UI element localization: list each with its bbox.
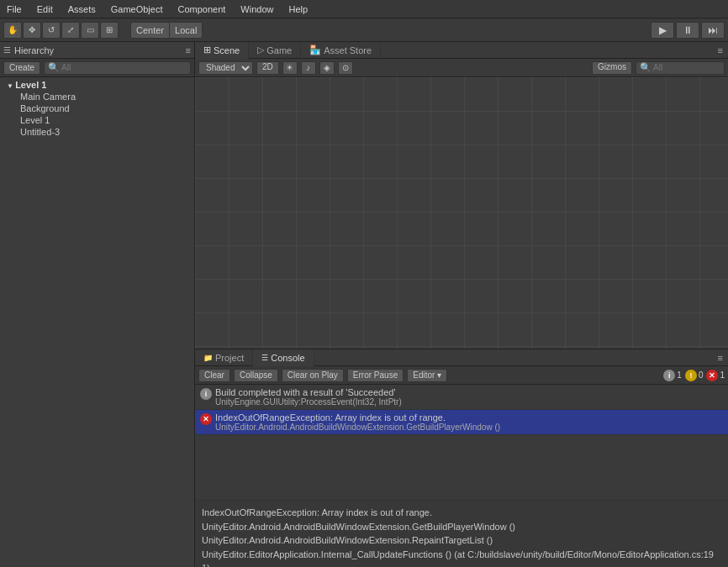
console-detail-line-3: UnityEditor.EditorApplication.Internal_C… [202,548,721,568]
game-tab-label: Game [266,45,292,55]
error-pause-btn[interactable]: Error Pause [347,369,404,382]
hierarchy-main-camera[interactable]: Main Camera [0,91,194,102]
hierarchy-panel: ☰ Hierarchy ≡ Create 🔍 Level 1 Main Came… [0,42,195,567]
scene-search-input[interactable] [653,63,720,72]
transform-tool-btn[interactable]: ⊞ [100,22,119,39]
error-badge: ✕ 1 [706,370,725,381]
hierarchy-title: Hierarchy [14,45,54,55]
hierarchy-toolbar: Create 🔍 [0,59,194,77]
game-tab-icon: ▷ [257,45,264,55]
project-tab-label: Project [215,353,244,363]
hidden-btn[interactable]: ⊙ [338,61,353,75]
2d-btn[interactable]: 2D [256,61,279,75]
scene-viewport[interactable] [195,77,728,349]
console-tab-label: Console [271,353,304,363]
console-tab-icon: ☰ [261,354,268,362]
console-detail: IndexOutOfRangeException: Array index is… [195,500,728,567]
scale-tool-btn[interactable]: ⤢ [61,22,80,39]
console-row-0-line1: Build completed with a result of 'Succee… [215,387,723,397]
menu-assets[interactable]: Assets [65,3,99,16]
play-controls: ▶ ⏸ ⏭ [651,22,725,39]
search-icon: 🔍 [48,62,60,73]
move-tool-btn[interactable]: ✥ [23,22,41,39]
main-area: ☰ Hierarchy ≡ Create 🔍 Level 1 Main Came… [0,42,728,567]
tab-scene[interactable]: ⊞ Scene [195,42,249,59]
audio-btn[interactable]: ♪ [301,61,316,75]
hierarchy-level1[interactable]: Level 1 [0,79,194,91]
asset-store-tab-label: Asset Store [324,45,372,55]
editor-btn[interactable]: Editor ▾ [407,369,447,382]
tab-console[interactable]: ☰ Console [253,349,314,366]
warn-badge-icon: ! [685,370,697,381]
error-badge-count: 1 [720,370,725,380]
step-btn[interactable]: ⏭ [701,22,725,39]
menu-file[interactable]: File [3,3,25,16]
console-row-0[interactable]: i Build completed with a result of 'Succ… [195,385,728,410]
hierarchy-untitled3[interactable]: Untitled-3 [0,126,194,138]
console-row-1[interactable]: ✕ IndexOutOfRangeException: Array index … [195,410,728,435]
hierarchy-create-btn[interactable]: Create [3,61,40,75]
hierarchy-background[interactable]: Background [0,102,194,114]
console-detail-line-0: IndexOutOfRangeException: Array index is… [202,506,721,520]
menu-component[interactable]: Component [174,3,229,16]
clear-btn[interactable]: Clear [198,369,230,382]
scene-tabs: ⊞ Scene ▷ Game 🏪 Asset Store ≡ [195,42,728,59]
gizmos-search-icon: 🔍 [640,62,652,73]
console-detail-line-1: UnityEditor.Android.AndroidBuildWindowEx… [202,520,721,534]
console-row-1-icon: ✕ [200,413,212,425]
console-panel-options-btn[interactable]: ≡ [713,353,728,363]
local-btn[interactable]: Local [170,22,203,39]
info-badge-count: 1 [677,370,682,380]
menu-edit[interactable]: Edit [34,3,56,16]
gizmos-area: Gizmos 🔍 [592,61,725,75]
console-row-1-line1: IndexOutOfRangeException: Array index is… [215,412,723,423]
tab-game[interactable]: ▷ Game [249,42,301,59]
hierarchy-icon: ☰ [3,45,11,55]
lighting-btn[interactable]: ☀ [282,61,298,75]
menu-gameobject[interactable]: GameObject [108,3,166,16]
menu-bar: File Edit Assets GameObject Component Wi… [0,0,728,18]
console-badges: i 1 ! 0 ✕ 1 [663,370,725,381]
rect-tool-btn[interactable]: ▭ [81,22,99,39]
tab-asset-store[interactable]: 🏪 Asset Store [301,42,381,59]
console-row-1-text: IndexOutOfRangeException: Array index is… [215,412,723,432]
console-content: i Build completed with a result of 'Succ… [195,385,728,500]
console-row-1-line2: UnityEditor.Android.AndroidBuildWindowEx… [215,423,723,432]
scene-toolbar: Shaded 2D ☀ ♪ ◈ ⊙ Gizmos 🔍 [195,59,728,77]
hierarchy-options-btn[interactable]: ≡ [186,45,191,55]
warn-badge-count: 0 [699,370,704,380]
rotate-tool-btn[interactable]: ↺ [42,22,61,39]
asset-store-tab-icon: 🏪 [309,45,321,55]
scene-panel-options-btn[interactable]: ≡ [713,45,728,55]
hierarchy-search-input[interactable] [61,63,187,72]
info-badge: i 1 [663,370,682,381]
gizmos-btn[interactable]: Gizmos [592,61,632,75]
console-detail-line-2: UnityEditor.Android.AndroidBuildWindowEx… [202,533,721,548]
clear-on-play-btn[interactable]: Clear on Play [282,369,344,382]
warn-badge: ! 0 [685,370,704,381]
effects-btn[interactable]: ◈ [319,61,335,75]
menu-help[interactable]: Help [285,3,311,16]
toolbar: ✋ ✥ ↺ ⤢ ▭ ⊞ Center Local ▶ ⏸ ⏭ [0,18,728,42]
info-badge-icon: i [663,370,675,381]
menu-window[interactable]: Window [237,3,277,16]
project-tab-icon: 📁 [203,354,213,362]
play-btn[interactable]: ▶ [651,22,674,39]
center-btn[interactable]: Center [130,22,170,39]
tab-project[interactable]: 📁 Project [195,349,253,366]
hierarchy-tab: ☰ Hierarchy [3,45,54,55]
console-row-0-line2: UnityEngine.GUIUtility:ProcessEvent(Int3… [215,397,723,407]
console-toolbar: Clear Collapse Clear on Play Error Pause… [195,366,728,385]
grid-overlay [195,77,728,349]
console-row-0-icon: i [200,388,212,400]
hierarchy-level1-child[interactable]: Level 1 [0,114,194,126]
pause-btn[interactable]: ⏸ [676,22,699,39]
pivot-group: Center Local [130,22,203,39]
hierarchy-content: Level 1 Main Camera Background Level 1 U… [0,77,194,567]
error-badge-icon: ✕ [706,370,718,381]
collapse-btn[interactable]: Collapse [234,369,278,382]
hierarchy-search-box: 🔍 [44,61,191,75]
right-area: ⊞ Scene ▷ Game 🏪 Asset Store ≡ Shaded 2D… [195,42,728,567]
shaded-select[interactable]: Shaded [198,61,253,75]
hand-tool-btn[interactable]: ✋ [3,22,22,39]
